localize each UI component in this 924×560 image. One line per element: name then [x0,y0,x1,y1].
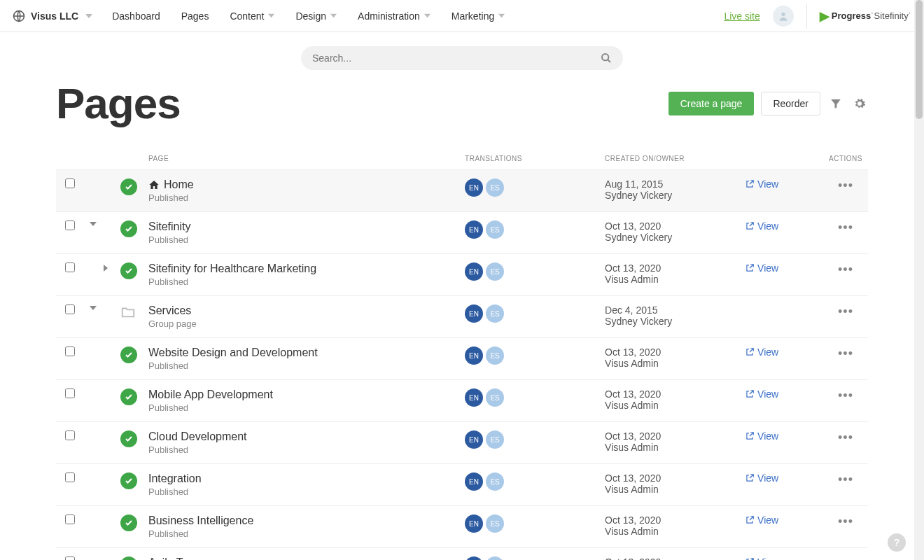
row-checkbox[interactable] [65,430,75,440]
nav-marketing[interactable]: Marketing [451,10,505,22]
row-checkbox[interactable] [65,514,75,524]
reorder-button[interactable]: Reorder [761,92,820,115]
page-name[interactable]: Services [148,304,454,317]
created-date: Oct 13, 2020 [605,220,734,232]
status-published-icon [120,514,137,531]
row-checkbox[interactable] [65,178,75,188]
row-checkbox[interactable] [65,556,75,560]
expand-down-icon[interactable] [90,220,109,227]
gear-icon[interactable] [851,95,868,112]
filter-icon[interactable] [827,95,844,112]
page-name[interactable]: Mobile App Development [148,388,454,401]
page-name[interactable]: Integration [148,472,454,485]
lang-badge-es[interactable]: ES [486,220,504,239]
scrollbar-thumb[interactable] [916,0,923,119]
page-name[interactable]: Agile Teams [148,556,454,560]
view-link[interactable]: View [745,514,778,526]
row-checkbox[interactable] [65,220,75,230]
view-link[interactable]: View [745,220,778,232]
more-actions[interactable]: ••• [823,254,868,296]
row-checkbox[interactable] [65,472,75,482]
lang-badge-es[interactable]: ES [486,556,504,560]
table-row[interactable]: HomePublishedENESAug 11, 2015Sydney Vick… [56,170,868,212]
lang-badge-es[interactable]: ES [486,262,504,281]
table-row[interactable]: Sitefinity for Healthcare MarketingPubli… [56,254,868,296]
create-page-button[interactable]: Create a page [668,92,755,115]
table-row[interactable]: Website Design and DevelopmentPublishedE… [56,338,868,380]
table-row[interactable]: Mobile App DevelopmentPublishedENESOct 1… [56,380,868,422]
row-checkbox[interactable] [65,262,75,272]
nav-administration[interactable]: Administration [358,10,430,22]
lang-badge-es[interactable]: ES [486,346,504,365]
more-actions[interactable]: ••• [823,338,868,380]
page-name[interactable]: Home [148,178,454,191]
external-link-icon [745,389,755,399]
external-link-icon [745,515,755,525]
lang-badge-en[interactable]: EN [465,472,483,491]
view-link[interactable]: View [745,472,778,484]
view-link[interactable]: View [745,346,778,358]
page-name[interactable]: Website Design and Development [148,346,454,359]
external-link-icon [745,263,755,273]
lang-badge-en[interactable]: EN [465,556,483,560]
expand-down-icon[interactable] [90,304,109,312]
more-actions[interactable]: ••• [823,464,868,506]
lang-badge-en[interactable]: EN [465,430,483,449]
page-name[interactable]: Business Intelligence [148,514,454,527]
lang-badge-es[interactable]: ES [486,472,504,491]
page-name[interactable]: Sitefinity [148,220,454,233]
more-actions[interactable]: ••• [823,422,868,464]
lang-badge-es[interactable]: ES [486,514,504,533]
table-row[interactable]: SitefinityPublishedENESOct 13, 2020Sydne… [56,212,868,254]
nav-content[interactable]: Content [230,10,274,22]
expand-right-icon[interactable] [102,265,109,272]
lang-badge-en[interactable]: EN [465,346,483,365]
view-link[interactable]: View [745,262,778,274]
page-name[interactable]: Sitefinity for Healthcare Marketing [148,262,454,275]
page-name[interactable]: Cloud Development [148,430,454,443]
lang-badge-en[interactable]: EN [465,178,483,197]
lang-badge-es[interactable]: ES [486,430,504,449]
lang-badge-en[interactable]: EN [465,514,483,533]
user-avatar[interactable] [773,6,794,27]
more-actions[interactable]: ••• [823,506,868,548]
nav-dashboard[interactable]: Dashboard [112,10,160,22]
search-box[interactable] [301,46,623,70]
nav-pages[interactable]: Pages [181,10,209,22]
more-actions[interactable]: ••• [823,170,868,212]
view-link[interactable]: View [745,388,778,400]
more-actions[interactable]: ••• [823,548,868,561]
lang-badge-en[interactable]: EN [465,220,483,239]
more-actions[interactable]: ••• [823,212,868,254]
site-name: Visus LLC [31,10,78,22]
nav-design[interactable]: Design [295,10,337,22]
more-actions[interactable]: ••• [823,296,868,338]
col-actions: ACTIONS [823,148,868,170]
lang-badge-en[interactable]: EN [465,262,483,281]
status-published-icon [120,262,137,279]
view-link[interactable]: View [745,430,778,442]
table-row[interactable]: IntegrationPublishedENESOct 13, 2020Visu… [56,464,868,506]
lang-badge-es[interactable]: ES [486,388,504,407]
lang-badge-en[interactable]: EN [465,388,483,407]
view-link[interactable]: View [745,178,778,190]
row-checkbox[interactable] [65,346,75,356]
table-row[interactable]: ServicesGroup pageENESDec 4, 2015Sydney … [56,296,868,338]
more-actions[interactable]: ••• [823,380,868,422]
row-checkbox[interactable] [65,304,75,314]
row-checkbox[interactable] [65,388,75,398]
lang-badge-en[interactable]: EN [465,304,483,323]
lang-badge-es[interactable]: ES [486,304,504,323]
lang-badge-es[interactable]: ES [486,178,504,197]
site-switcher[interactable]: Visus LLC [13,10,92,22]
table-row[interactable]: Business IntelligencePublishedENESOct 13… [56,506,868,548]
table-row[interactable]: Agile TeamsPublishedENESOct 13, 2020Visu… [56,548,868,561]
created-date: Oct 13, 2020 [605,430,734,442]
live-site-link[interactable]: Live site [724,10,760,22]
help-button[interactable]: ? [888,533,906,552]
view-link[interactable]: View [745,556,778,560]
search-icon[interactable] [601,52,612,64]
table-row[interactable]: Cloud DevelopmentPublishedENESOct 13, 20… [56,422,868,464]
search-input[interactable] [312,52,601,64]
scrollbar[interactable] [914,0,924,560]
